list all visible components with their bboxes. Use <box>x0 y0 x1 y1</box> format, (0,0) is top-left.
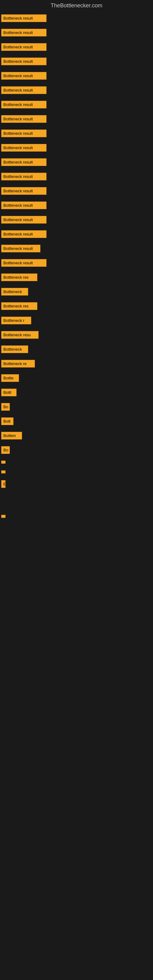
bottleneck-bar[interactable]: Bottleneck result <box>1 173 46 180</box>
bar-item: Bottle <box>0 372 153 384</box>
bar-item <box>0 506 153 510</box>
bottleneck-bar[interactable]: Bottleneck result <box>1 57 46 65</box>
bar-item: Bottleneck result <box>0 41 153 52</box>
bar-item: Bottleneck result <box>0 257 153 269</box>
bar-item: Bottleneck <box>0 344 153 355</box>
bar-item: Bottleneck result <box>0 142 153 153</box>
bar-item: Bottleneck result <box>0 13 153 24</box>
bar-item: Bottleneck result <box>0 27 153 38</box>
bar-item: Bottleneck re <box>0 358 153 369</box>
bottleneck-bar[interactable]: Bott <box>1 417 13 425</box>
bottleneck-bar[interactable]: Bottleneck result <box>1 230 46 238</box>
bar-item: Bottleneck r <box>0 315 153 326</box>
bottleneck-bar[interactable]: Bottleneck result <box>1 86 46 94</box>
bar-item: Bottleneck result <box>0 156 153 168</box>
bottleneck-bar[interactable]: Bottleneck re <box>1 360 35 368</box>
bottleneck-bar[interactable]: Bottleneck result <box>1 130 46 137</box>
bar-item: Bottleneck res <box>0 301 153 312</box>
bar-item: Bottleneck result <box>0 70 153 81</box>
bottleneck-bar[interactable] <box>1 461 5 464</box>
bar-item: Bottleneck result <box>0 229 153 240</box>
bottleneck-bar[interactable]: Bottleneck result <box>1 101 46 108</box>
bottleneck-bar[interactable]: Bottleneck result <box>1 187 46 195</box>
bar-item: Bott <box>0 415 153 427</box>
bar-item: Bottleneck result <box>0 56 153 67</box>
bar-item: Bottleneck result <box>0 243 153 254</box>
bottleneck-bar[interactable]: Bottleneck r <box>1 317 31 324</box>
bottleneck-bar[interactable]: Bo <box>1 403 10 411</box>
bottleneck-bar[interactable]: Bottleneck res <box>1 274 37 281</box>
bar-item: Bo <box>0 401 153 412</box>
bar-item: Bottleneck resu <box>0 329 153 340</box>
bottleneck-bar[interactable]: Bottl <box>1 389 16 396</box>
bottleneck-bar[interactable]: Bottle <box>1 374 19 382</box>
bar-item: Bo <box>0 444 153 456</box>
bar-item <box>0 493 153 496</box>
bar-list: Bottleneck resultBottleneck resultBottle… <box>0 13 153 523</box>
bottleneck-bar[interactable]: Bottleneck <box>1 288 28 296</box>
bar-item: B <box>0 478 153 490</box>
bottleneck-bar[interactable]: Bottleneck result <box>1 29 46 37</box>
bottleneck-bar[interactable]: Bottlen <box>1 432 22 439</box>
bottleneck-bar[interactable]: Bo <box>1 446 10 454</box>
bottleneck-bar[interactable]: Bottleneck result <box>1 43 46 51</box>
bottleneck-bar[interactable]: Bottleneck result <box>1 259 46 267</box>
bar-item <box>0 459 153 466</box>
bar-item: Bottleneck result <box>0 128 153 139</box>
bottleneck-bar[interactable]: Bottleneck result <box>1 144 46 151</box>
bottleneck-bar[interactable]: Bottleneck resu <box>1 331 38 339</box>
bar-item: Bottleneck result <box>0 171 153 182</box>
bottleneck-bar[interactable]: Bottleneck result <box>1 245 40 252</box>
bottleneck-bar[interactable]: Bottleneck result <box>1 115 46 123</box>
bottleneck-bar[interactable]: Bottleneck result <box>1 216 46 224</box>
bottleneck-bar[interactable]: Bottleneck <box>1 345 28 353</box>
bar-item <box>0 500 153 503</box>
bottleneck-bar[interactable] <box>1 515 5 518</box>
bottleneck-bar[interactable]: Bottleneck result <box>1 72 46 80</box>
bar-item: Bottleneck result <box>0 185 153 197</box>
bar-item <box>0 513 153 520</box>
bar-item: Bottleneck result <box>0 113 153 125</box>
bottleneck-bar[interactable]: B <box>1 480 5 488</box>
bar-item: Bottlen <box>0 430 153 441</box>
site-title: TheBottlenecker.com <box>0 0 153 13</box>
bar-item: Bottleneck res <box>0 272 153 283</box>
bar-item: Bottleneck result <box>0 84 153 96</box>
bottleneck-bar[interactable]: Bottleneck result <box>1 14 46 22</box>
bar-item: Bottl <box>0 387 153 398</box>
bar-item: Bottleneck <box>0 286 153 298</box>
bottleneck-bar[interactable]: Bottleneck result <box>1 202 46 209</box>
bar-item: Bottleneck result <box>0 214 153 225</box>
bar-item: Bottleneck result <box>0 200 153 211</box>
bottleneck-bar[interactable]: Bottleneck res <box>1 302 37 310</box>
bar-item: Bottleneck result <box>0 99 153 110</box>
bar-item <box>0 469 153 475</box>
bottleneck-bar[interactable]: Bottleneck result <box>1 158 46 166</box>
bottleneck-bar[interactable] <box>1 470 5 474</box>
